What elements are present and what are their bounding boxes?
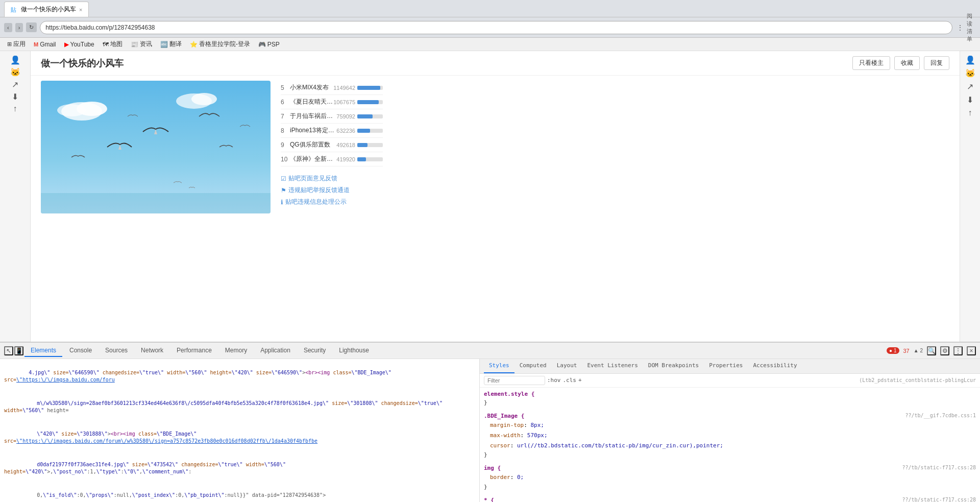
devtools-tab-application[interactable]: Application bbox=[254, 345, 297, 357]
maps-label: 地图 bbox=[110, 40, 122, 49]
sidebar-list-item[interactable]: 5 小米MIX4发布 1149642 bbox=[281, 81, 383, 95]
devtools-tab-console[interactable]: Console bbox=[63, 345, 98, 357]
address-bar[interactable] bbox=[40, 21, 952, 34]
css-tab-event-listeners[interactable]: Event Listeners bbox=[582, 359, 643, 373]
sidebar-links: ☑贴吧页面意见反馈⚑违规贴吧举报反馈通道ℹ贴吧违规信息处理公示 bbox=[281, 173, 383, 208]
item-title: 《原神》全新角色育... bbox=[290, 155, 336, 163]
right-icons: 👤 🐱 ↗ ⬇ ↑ bbox=[960, 51, 980, 342]
maps-bookmark[interactable]: 🗺 地图 bbox=[100, 39, 126, 50]
item-bar bbox=[357, 143, 383, 147]
tab-close-icon[interactable]: × bbox=[79, 7, 82, 13]
youtube-bookmark[interactable]: ▶ YouTube bbox=[61, 40, 97, 49]
devtools-settings-btn[interactable]: ⚙ bbox=[940, 346, 949, 355]
right-icon-5[interactable]: ↑ bbox=[966, 108, 975, 117]
item-title: 《夏日友晴天》定档 bbox=[290, 98, 333, 106]
sidebar-list-item[interactable]: 6 《夏日友晴天》定档 1067675 bbox=[281, 95, 383, 109]
link-icon: ℹ bbox=[281, 199, 283, 206]
psp-bookmark[interactable]: 🎮 PSP bbox=[255, 40, 283, 49]
translate-bookmark[interactable]: 🔤 翻译 bbox=[157, 39, 185, 50]
item-count: 1149642 bbox=[333, 85, 355, 91]
gmail-bookmark[interactable]: M Gmail bbox=[31, 40, 59, 49]
sidebar-list-item[interactable]: 9 QG俱乐部置数 492618 bbox=[281, 138, 383, 152]
reply-button[interactable]: 回复 bbox=[924, 56, 949, 70]
right-icon-2[interactable]: 🐱 bbox=[966, 68, 975, 78]
reader-mode-icon[interactable]: 阅读清单 bbox=[967, 23, 976, 32]
devtools-panel: ↖ 📱 ElementsConsoleSourcesNetworkPerform… bbox=[0, 342, 980, 502]
nav-icon-2[interactable]: 🐱 bbox=[11, 67, 20, 77]
devtools-tab-performance[interactable]: Performance bbox=[170, 345, 218, 357]
devtools-tab-sources[interactable]: Sources bbox=[99, 345, 134, 357]
news-bookmark[interactable]: 📰 资讯 bbox=[128, 39, 155, 50]
nav-icon-5[interactable]: ↑ bbox=[11, 104, 20, 113]
css-filter-plus[interactable]: + bbox=[578, 376, 582, 385]
sidebar-list-item[interactable]: 10 《原神》全新角色育... 419920 bbox=[281, 152, 383, 166]
right-icon-3[interactable]: ↗ bbox=[966, 82, 975, 91]
right-icon-4[interactable]: ⬇ bbox=[966, 95, 975, 104]
css-tab-styles[interactable]: Styles bbox=[484, 359, 514, 373]
css-tab-accessibility[interactable]: Accessibility bbox=[748, 359, 802, 373]
item-bar bbox=[357, 114, 383, 118]
devtools-tab-security[interactable]: Security bbox=[298, 345, 332, 357]
devtools-inspect-btn[interactable]: ↖ bbox=[4, 346, 13, 355]
css-filter-cls[interactable]: .cls bbox=[563, 376, 577, 385]
tab-title: 做一个快乐的小风车 bbox=[21, 5, 76, 14]
sidebar-link[interactable]: ⚑违规贴吧举报反馈通道 bbox=[281, 184, 383, 196]
css-tab-layout[interactable]: Layout bbox=[552, 359, 582, 373]
youtube-label: YouTube bbox=[70, 41, 94, 48]
item-title: 于月仙车祸后现场画面 bbox=[290, 112, 336, 121]
browser-tab-bar: 貼 做一个快乐的小风车 × bbox=[0, 0, 980, 17]
sidebar-list-item[interactable]: 7 于月仙车祸后现场画面 759092 bbox=[281, 109, 383, 124]
devtools-tab-memory[interactable]: Memory bbox=[219, 345, 253, 357]
error-badge: ● 1 bbox=[887, 347, 899, 354]
browser-menu-icon[interactable]: ⋮ bbox=[955, 23, 965, 32]
item-number: 9 bbox=[281, 141, 290, 149]
translate-icon: 🔤 bbox=[160, 41, 168, 48]
sidebar-link[interactable]: ☑贴吧页面意见反馈 bbox=[281, 173, 383, 184]
page-header: 做一个快乐的小风车 只看楼主 收藏 回复 bbox=[31, 51, 960, 76]
school-bookmark[interactable]: ⭐ 香格里拉学院-登录 bbox=[187, 39, 253, 50]
devtools-close-btn[interactable]: × bbox=[967, 346, 976, 355]
devtools-more-btn[interactable]: ⋮ bbox=[953, 346, 963, 355]
left-nav: 👤 🐱 ↗ ⬇ ↑ bbox=[0, 51, 31, 342]
right-icon-1[interactable]: 👤 bbox=[966, 55, 975, 64]
css-source-file: (Ltb2_pdstatic_contblstatic-pblingLcur bbox=[859, 376, 976, 385]
apps-bookmark[interactable]: ⊞ 应用 bbox=[4, 39, 29, 50]
nav-icon-3[interactable]: ↗ bbox=[11, 80, 20, 89]
sidebar-link[interactable]: ℹ贴吧违规信息处理公示 bbox=[281, 196, 383, 208]
bookmarks-bar: ⊞ 应用 M Gmail ▶ YouTube 🗺 地图 📰 资讯 🔤 翻译 ⭐ … bbox=[0, 38, 980, 51]
item-title: 小米MIX4发布 bbox=[290, 83, 333, 92]
item-bar bbox=[357, 86, 383, 90]
html-line: 0,\"is_fold\":0,\"props\":null,\"post_in… bbox=[2, 484, 477, 502]
item-number: 8 bbox=[281, 127, 290, 134]
svg-point-3 bbox=[57, 104, 86, 116]
css-filter-input[interactable] bbox=[484, 376, 545, 385]
css-filter-hov[interactable]: :hov bbox=[547, 376, 561, 385]
page-title: 做一个快乐的小风车 bbox=[41, 57, 124, 69]
item-number: 5 bbox=[281, 84, 290, 91]
forward-button[interactable]: › bbox=[15, 23, 23, 32]
school-icon: ⭐ bbox=[190, 41, 198, 48]
reload-button[interactable]: ↻ bbox=[26, 22, 37, 32]
nav-icon-1[interactable]: 👤 bbox=[11, 55, 20, 64]
collect-button[interactable]: 收藏 bbox=[894, 56, 920, 70]
apps-icon: ⊞ bbox=[7, 41, 12, 47]
active-tab[interactable]: 貼 做一个快乐的小风车 × bbox=[4, 2, 89, 17]
only-host-button[interactable]: 只看楼主 bbox=[852, 56, 890, 70]
devtools-device-btn[interactable]: 📱 bbox=[14, 346, 23, 355]
item-count: 759092 bbox=[336, 113, 355, 119]
item-number: 10 bbox=[281, 156, 290, 163]
devtools-tab-network[interactable]: Network bbox=[135, 345, 169, 357]
sidebar-list-item[interactable]: 8 iPhone13将定制新相... 632236 bbox=[281, 124, 383, 138]
devtools-search-btn[interactable]: 🔍 bbox=[927, 346, 936, 355]
item-number: 7 bbox=[281, 113, 290, 120]
nav-icon-4[interactable]: ⬇ bbox=[11, 92, 20, 101]
devtools-tab-lighthouse[interactable]: Lighthouse bbox=[333, 345, 375, 357]
devtools-tab-elements[interactable]: Elements bbox=[24, 345, 62, 357]
html-line: 4.jpg\" size=\"646590\" changedsize=\"tr… bbox=[2, 361, 477, 392]
css-tab-dom-breakpoints[interactable]: DOM Breakpoints bbox=[643, 359, 704, 373]
html-panel[interactable]: 4.jpg\" size=\"646590\" changedsize=\"tr… bbox=[0, 359, 480, 502]
back-button[interactable]: ‹ bbox=[4, 23, 12, 32]
css-tab-computed[interactable]: Computed bbox=[514, 359, 552, 373]
tab-favicon: 貼 bbox=[11, 6, 18, 13]
css-tab-properties[interactable]: Properties bbox=[704, 359, 748, 373]
